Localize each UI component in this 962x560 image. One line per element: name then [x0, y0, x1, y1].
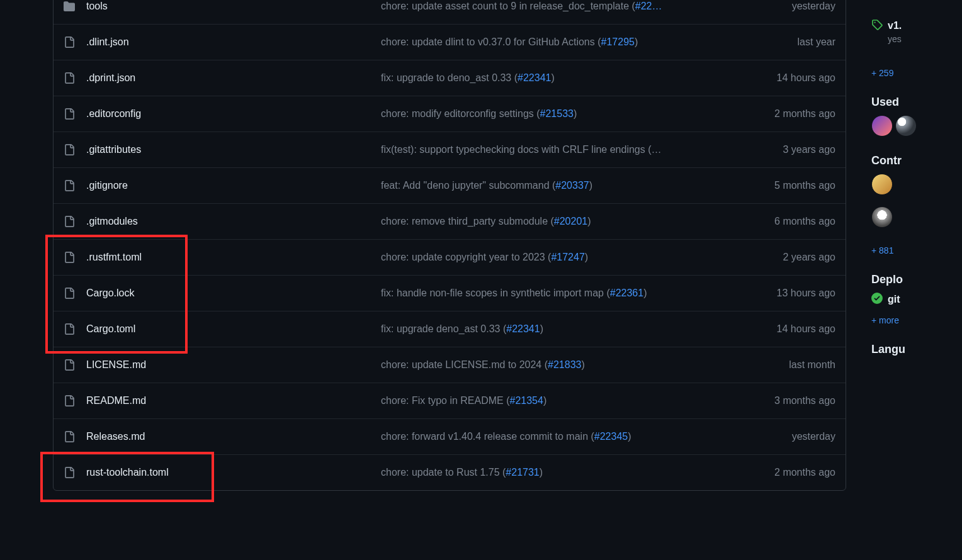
file-name-link[interactable]: Cargo.lock [86, 288, 134, 298]
last-modified: yesterday [747, 1, 835, 12]
file-row: .dlint.jsonchore: update dlint to v0.37.… [54, 24, 846, 60]
used-by-section: Used [871, 96, 962, 137]
avatar[interactable] [871, 174, 893, 195]
releases-more-link[interactable]: + 259 [871, 68, 893, 78]
commit-message-link[interactable]: chore: update asset count to 9 in releas… [381, 1, 635, 11]
tag-icon [871, 19, 883, 33]
last-modified: last month [747, 359, 835, 371]
contributor-avatars-2[interactable] [871, 206, 962, 228]
file-name-link[interactable]: .gitignore [86, 180, 128, 191]
last-modified: 13 hours ago [747, 288, 835, 299]
commit-message-cell: chore: update dlint to v0.37.0 for GitHu… [381, 36, 747, 48]
issue-link[interactable]: #21533 [540, 108, 574, 119]
commit-message-cell: chore: Fix typo in README (#21354) [381, 395, 747, 406]
file-icon [64, 180, 79, 191]
releases-section: v1. yes + 259 [871, 19, 962, 78]
issue-link[interactable]: #22361 [610, 288, 643, 298]
file-name-link[interactable]: README.md [86, 395, 146, 406]
commit-suffix: ) [589, 180, 592, 191]
commit-message-link[interactable]: chore: Fix typo in README ( [381, 395, 510, 406]
file-name-link[interactable]: .gitattributes [86, 144, 141, 155]
file-name-link[interactable]: Cargo.toml [86, 323, 135, 334]
file-name-cell: Releases.md [79, 431, 381, 442]
file-name-link[interactable]: LICENSE.md [86, 359, 146, 370]
file-name-link[interactable]: .rustfmt.toml [86, 252, 142, 262]
deployments-more-link[interactable]: + more [871, 315, 899, 325]
file-listing-table: toolschore: update asset count to 9 in r… [53, 0, 846, 491]
file-name-link[interactable]: Releases.md [86, 431, 145, 442]
file-name-link[interactable]: .dprint.json [86, 72, 135, 83]
last-modified: 2 months ago [747, 467, 835, 478]
file-name-cell: .rustfmt.toml [79, 252, 381, 263]
last-modified: 3 months ago [747, 395, 835, 406]
avatar[interactable] [871, 115, 893, 137]
commit-message-link[interactable]: fix: upgrade to deno_ast 0.33 ( [381, 72, 518, 83]
commit-message-link[interactable]: chore: update LICENSE.md to 2024 ( [381, 359, 548, 370]
used-by-avatars[interactable] [871, 115, 962, 137]
commit-message-cell: chore: modify editorconfig settings (#21… [381, 108, 747, 120]
issue-link[interactable]: #21354 [510, 395, 543, 406]
issue-link[interactable]: #21833 [548, 359, 581, 370]
last-modified: 14 hours ago [747, 72, 835, 84]
commit-message-link[interactable]: chore: forward v1.40.4 release commit to… [381, 431, 594, 442]
commit-message-link[interactable]: chore: update to Rust 1.75 ( [381, 467, 506, 478]
release-time: yes [888, 34, 962, 44]
commit-message-link[interactable]: chore: update dlint to v0.37.0 for GitHu… [381, 36, 601, 47]
commit-message-link[interactable]: chore: modify editorconfig settings ( [381, 108, 540, 119]
file-icon [64, 431, 79, 442]
file-name-cell: Cargo.toml [79, 323, 381, 335]
commit-message-link[interactable]: chore: remove third_party submodule ( [381, 216, 554, 227]
commit-message-cell: fix: upgrade deno_ast 0.33 (#22341) [381, 323, 747, 335]
issue-link[interactable]: #22345 [594, 431, 628, 442]
commit-suffix: ) [585, 252, 588, 262]
file-icon [64, 144, 79, 155]
commit-message-link[interactable]: fix(test): support typechecking docs wit… [381, 144, 662, 155]
file-name-cell: Cargo.lock [79, 288, 381, 299]
file-name-cell: .gitignore [79, 180, 381, 191]
contributors-heading: Contr [871, 154, 962, 167]
latest-release[interactable]: v1. [871, 19, 962, 33]
avatar[interactable] [895, 115, 917, 137]
file-name-link[interactable]: .editorconfig [86, 108, 141, 119]
issue-link[interactable]: #20337 [555, 180, 589, 191]
commit-message-link[interactable]: feat: Add "deno jupyter" subcommand ( [381, 180, 555, 191]
file-row: .gitattributesfix(test): support typeche… [54, 132, 846, 167]
file-icon [64, 467, 79, 478]
commit-suffix: ) [551, 72, 554, 83]
commit-message-cell: fix(test): support typechecking docs wit… [381, 144, 747, 155]
issue-link[interactable]: #20201 [554, 216, 587, 227]
avatar[interactable] [871, 206, 893, 228]
commit-suffix: ) [540, 467, 543, 478]
last-modified: last year [747, 36, 835, 48]
file-name-link[interactable]: tools [86, 1, 108, 11]
file-icon [64, 216, 79, 227]
deployment-env-name: git [888, 294, 900, 305]
issue-link[interactable]: #22341 [518, 72, 551, 83]
file-name-link[interactable]: .gitmodules [86, 216, 138, 227]
deployment-env[interactable]: git [871, 293, 962, 306]
issue-link[interactable]: #17247 [551, 252, 584, 262]
file-name-cell: LICENSE.md [79, 359, 381, 371]
issue-link[interactable]: #21731 [506, 467, 539, 478]
file-icon [64, 108, 79, 120]
commit-message-cell: chore: update asset count to 9 in releas… [381, 1, 747, 12]
commit-message-link[interactable]: fix: handle non-file scopes in synthetic… [381, 288, 610, 298]
commit-message-link[interactable]: chore: update copyright year to 2023 ( [381, 252, 551, 262]
contributors-section: Contr + 881 [871, 154, 962, 255]
contributor-avatars[interactable] [871, 174, 962, 195]
issue-link[interactable]: #22341 [506, 323, 540, 334]
issue-link[interactable]: #22… [635, 1, 662, 11]
last-modified: yesterday [747, 431, 835, 442]
file-name-link[interactable]: rust-toolchain.toml [86, 467, 169, 478]
file-name-cell: .gitattributes [79, 144, 381, 155]
commit-message-link[interactable]: fix: upgrade deno_ast 0.33 ( [381, 323, 506, 334]
file-row: Cargo.lockfix: handle non-file scopes in… [54, 275, 846, 311]
commit-suffix: ) [543, 395, 546, 406]
file-name-link[interactable]: .dlint.json [86, 36, 129, 47]
issue-link[interactable]: #17295 [601, 36, 635, 47]
file-row: rust-toolchain.tomlchore: update to Rust… [54, 454, 846, 490]
file-row: .dprint.jsonfix: upgrade to deno_ast 0.3… [54, 60, 846, 96]
contributors-more-link[interactable]: + 881 [871, 245, 893, 255]
commit-suffix: ) [540, 323, 543, 334]
last-modified: 2 years ago [747, 252, 835, 263]
